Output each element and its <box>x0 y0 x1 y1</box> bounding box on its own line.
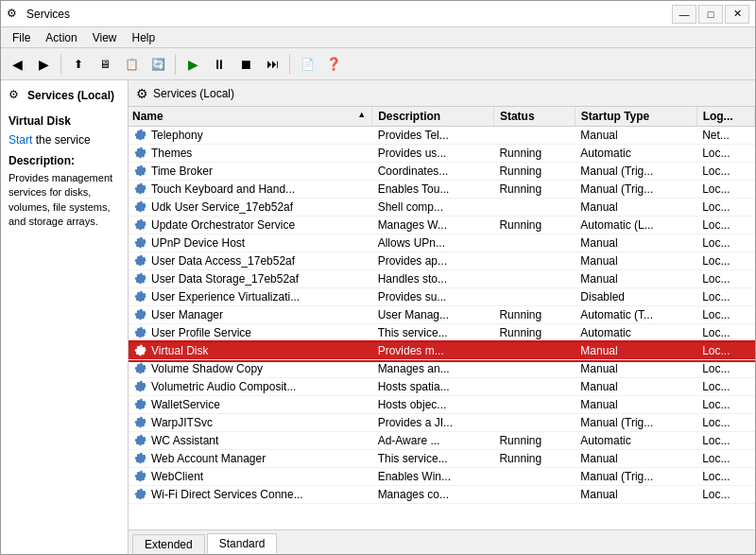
service-name-cell: Time Broker <box>129 163 327 180</box>
col-header-description[interactable]: Description <box>372 107 494 127</box>
service-log-cell: Loc... <box>696 181 754 199</box>
service-icon <box>134 380 147 393</box>
maximize-button[interactable]: □ <box>698 5 723 24</box>
service-status-cell: Running <box>493 324 575 342</box>
table-row[interactable]: WarpJITSvc Provides a JI... Manual (Trig… <box>129 414 755 432</box>
service-icon <box>134 326 147 339</box>
service-status-cell <box>493 270 575 288</box>
separator-1 <box>60 54 61 75</box>
show-hide-button[interactable]: 🖥 <box>93 52 117 77</box>
service-icon <box>134 272 147 286</box>
service-status-cell <box>493 414 575 432</box>
service-log-cell: Loc... <box>696 270 754 288</box>
table-row[interactable]: UPnP Device Host Allows UPn... Manual Lo… <box>129 234 755 252</box>
service-desc-cell: Manages co... <box>372 486 494 504</box>
restart-service-button[interactable]: ⏭ <box>260 52 284 77</box>
service-name-text: WalletService <box>151 398 220 411</box>
start-service-button[interactable]: ▶ <box>180 52 205 77</box>
service-startup-cell: Automatic (L... <box>575 217 696 234</box>
description-text: Provides management services for disks, … <box>9 171 120 230</box>
tab-standard[interactable]: Standard <box>207 533 278 554</box>
table-row[interactable]: Virtual Disk Provides m... Manual Loc... <box>129 342 755 360</box>
close-button[interactable]: ✕ <box>725 5 749 24</box>
table-row[interactable]: Themes Provides us... Running Automatic … <box>129 145 755 163</box>
service-icon <box>134 290 147 304</box>
service-name-cell: Volume Shadow Copy <box>129 360 327 377</box>
service-log-cell: Loc... <box>696 324 754 342</box>
col-header-name[interactable]: Name ▲ <box>129 107 372 127</box>
table-row[interactable]: Volume Shadow Copy Manages an... Manual … <box>129 360 755 378</box>
service-status-cell <box>493 199 575 217</box>
table-row[interactable]: WC Assistant Ad-Aware ... Running Automa… <box>129 432 755 450</box>
table-row[interactable]: User Manager User Manag... Running Autom… <box>129 306 755 324</box>
help-button[interactable]: ❓ <box>321 52 346 77</box>
service-name-text: Touch Keyboard and Hand... <box>151 182 295 196</box>
table-row[interactable]: Time Broker Coordinates... Running Manua… <box>129 163 755 181</box>
service-icon <box>134 470 147 483</box>
stop-service-button[interactable]: ⏹ <box>233 52 258 77</box>
table-row[interactable]: User Data Access_17eb52af Provides ap...… <box>129 252 755 270</box>
service-status-cell <box>493 252 575 270</box>
service-name-text: Web Account Manager <box>151 452 266 465</box>
service-icon <box>134 434 147 447</box>
minimize-button[interactable]: — <box>672 5 696 24</box>
table-row[interactable]: Telephony Provides Tel... Manual Net... <box>129 127 755 145</box>
table-row[interactable]: User Profile Service This service... Run… <box>129 324 755 342</box>
menu-item-file[interactable]: File <box>5 29 38 46</box>
refresh-button[interactable]: 🔄 <box>146 52 170 77</box>
back-button[interactable]: ◀ <box>5 52 29 77</box>
service-log-cell: Loc... <box>696 396 754 414</box>
service-desc-cell: Manages an... <box>372 360 494 378</box>
menu-item-action[interactable]: Action <box>38 29 84 46</box>
col-header-log[interactable]: Log... <box>696 107 754 127</box>
service-startup-cell: Automatic <box>575 145 696 163</box>
service-name-cell: Web Account Manager <box>129 450 327 467</box>
service-name-cell: User Manager <box>129 306 327 323</box>
pause-service-button[interactable]: ⏸ <box>207 52 232 77</box>
service-name-text: WC Assistant <box>151 434 218 447</box>
right-panel: ⚙ Services (Local) Name ▲ Description <box>129 80 755 554</box>
service-desc-cell: Provides Tel... <box>372 127 494 145</box>
service-startup-cell: Manual <box>575 360 696 378</box>
menu-item-help[interactable]: Help <box>125 29 163 46</box>
table-row[interactable]: User Data Storage_17eb52af Handles sto..… <box>129 270 755 288</box>
service-desc-cell: Provides us... <box>372 145 494 163</box>
service-log-cell: Loc... <box>696 468 754 486</box>
table-row[interactable]: Wi-Fi Direct Services Conne... Manages c… <box>129 486 755 504</box>
service-startup-cell: Manual <box>575 396 696 414</box>
table-row[interactable]: Volumetric Audio Composit... Hosts spati… <box>129 378 755 396</box>
properties-button[interactable]: 📄 <box>295 52 319 77</box>
table-row[interactable]: User Experience Virtualizati... Provides… <box>129 288 755 306</box>
service-name-cell: Update Orchestrator Service <box>129 217 327 234</box>
service-name-cell: User Data Access_17eb52af <box>129 252 327 269</box>
table-row[interactable]: Web Account Manager This service... Runn… <box>129 450 755 468</box>
table-row[interactable]: Udk User Service_17eb52af Shell comp... … <box>129 199 755 217</box>
menu-item-view[interactable]: View <box>85 29 125 46</box>
col-header-status[interactable]: Status <box>493 107 575 127</box>
service-name-cell: Virtual Disk <box>129 342 327 359</box>
service-status-cell: Running <box>493 181 575 199</box>
left-panel-header: ⚙ Services (Local) <box>9 88 120 107</box>
forward-button[interactable]: ▶ <box>31 52 56 77</box>
table-row[interactable]: Update Orchestrator Service Manages W...… <box>129 217 755 234</box>
service-name-text: Wi-Fi Direct Services Conne... <box>151 488 303 501</box>
service-desc-cell: Handles sto... <box>372 270 494 288</box>
start-link[interactable]: Start <box>9 133 32 147</box>
service-desc-cell: Manages W... <box>372 217 494 234</box>
services-table-container[interactable]: Name ▲ Description Status Startup Type <box>129 107 755 529</box>
table-row[interactable]: WalletService Hosts objec... Manual Loc.… <box>129 396 755 414</box>
col-header-startup-type[interactable]: Startup Type <box>575 107 696 127</box>
separator-2 <box>175 54 176 75</box>
service-desc-cell: Hosts objec... <box>372 396 494 414</box>
separator-3 <box>289 54 290 75</box>
service-status-cell <box>493 360 575 378</box>
service-name-text: WarpJITSvc <box>151 416 213 429</box>
tab-extended[interactable]: Extended <box>132 534 205 554</box>
copy-button[interactable]: 📋 <box>119 52 144 77</box>
table-row[interactable]: Touch Keyboard and Hand... Enables Tou..… <box>129 181 755 199</box>
service-desc-cell: This service... <box>372 324 494 342</box>
service-name-text: User Manager <box>151 308 223 321</box>
up-button[interactable]: ⬆ <box>66 52 91 77</box>
table-row[interactable]: WebClient Enables Win... Manual (Trig...… <box>129 468 755 486</box>
service-name-text: WebClient <box>151 470 203 483</box>
